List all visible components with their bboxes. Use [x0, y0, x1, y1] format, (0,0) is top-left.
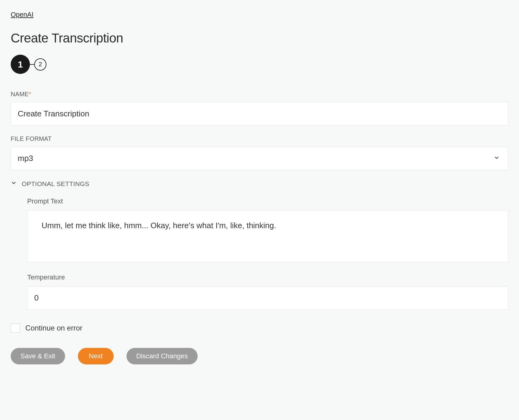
prompt-text-input[interactable]: Umm, let me think like, hmm... Okay, her…: [27, 210, 508, 262]
temperature-input[interactable]: [27, 286, 508, 310]
save-exit-button[interactable]: Save & Exit: [11, 348, 65, 364]
continue-on-error-checkbox[interactable]: [11, 323, 20, 333]
name-field-group: NAME*: [11, 91, 508, 126]
continue-on-error-label: Continue on error: [25, 324, 82, 332]
file-format-select[interactable]: mp3: [11, 147, 508, 170]
name-input[interactable]: [11, 102, 508, 126]
optional-settings-content: Prompt Text Umm, let me think like, hmm.…: [11, 197, 508, 310]
stepper: 1 2: [11, 55, 508, 74]
page-title: Create Transcription: [11, 31, 508, 46]
action-buttons: Save & Exit Next Discard Changes: [11, 348, 508, 364]
prompt-text-label: Prompt Text: [27, 197, 508, 205]
name-label: NAME*: [11, 91, 508, 98]
optional-settings-toggle[interactable]: OPTIONAL SETTINGS: [11, 180, 508, 188]
file-format-label: FILE FORMAT: [11, 135, 508, 142]
breadcrumb-link[interactable]: OpenAI: [11, 11, 34, 19]
discard-changes-button[interactable]: Discard Changes: [126, 348, 198, 364]
required-star: *: [29, 91, 31, 97]
prompt-text-field-group: Prompt Text Umm, let me think like, hmm.…: [27, 197, 508, 264]
continue-on-error-row: Continue on error: [11, 323, 508, 333]
step-connector: [30, 64, 34, 65]
file-format-select-wrapper: mp3: [11, 147, 508, 170]
step-1[interactable]: 1: [11, 55, 30, 74]
next-button[interactable]: Next: [78, 348, 114, 364]
optional-settings-label: OPTIONAL SETTINGS: [22, 180, 89, 188]
chevron-down-icon: [11, 180, 17, 188]
file-format-field-group: FILE FORMAT mp3: [11, 135, 508, 170]
name-label-text: NAME: [11, 91, 29, 97]
temperature-label: Temperature: [27, 273, 508, 281]
temperature-field-group: Temperature: [27, 273, 508, 310]
step-2[interactable]: 2: [34, 58, 46, 71]
